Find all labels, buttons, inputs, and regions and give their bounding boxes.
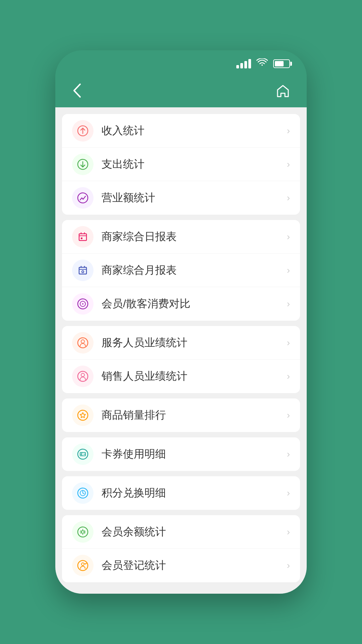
points-label: 积分兑换明细 bbox=[102, 486, 287, 500]
points-icon bbox=[72, 482, 94, 504]
expense-chevron: › bbox=[287, 159, 290, 170]
balance-label: 会员余额统计 bbox=[102, 525, 287, 539]
back-button[interactable] bbox=[69, 79, 85, 105]
sales-perf-label: 销售人员业绩统计 bbox=[102, 369, 287, 384]
menu-item-coupon[interactable]: 卡券使用明细› bbox=[62, 437, 300, 471]
card-group-group3: 服务人员业绩统计› 销售人员业绩统计› bbox=[62, 326, 300, 393]
service-perf-chevron: › bbox=[287, 337, 290, 348]
daily-label: 商家综合日报表 bbox=[102, 229, 287, 244]
status-bar bbox=[55, 50, 307, 77]
member-compare-chevron: › bbox=[287, 299, 290, 309]
product-rank-label: 商品销量排行 bbox=[102, 408, 287, 423]
service-perf-label: 服务人员业绩统计 bbox=[102, 335, 287, 350]
expense-icon bbox=[72, 154, 94, 175]
menu-item-member-compare[interactable]: 会员/散客消费对比› bbox=[62, 287, 300, 321]
svg-point-11 bbox=[81, 340, 84, 343]
menu-item-product-rank[interactable]: 商品销量排行› bbox=[62, 398, 300, 432]
coupon-chevron: › bbox=[287, 449, 290, 460]
battery-icon bbox=[273, 59, 290, 68]
menu-item-income[interactable]: 收入统计› bbox=[62, 114, 300, 148]
menu-item-daily[interactable]: 商家综合日报表› bbox=[62, 220, 300, 254]
svg-point-13 bbox=[81, 373, 84, 377]
points-chevron: › bbox=[287, 488, 290, 498]
service-perf-icon bbox=[72, 332, 94, 354]
card-group-group5: 卡券使用明细› bbox=[62, 437, 300, 471]
coupon-label: 卡券使用明细 bbox=[102, 447, 287, 462]
product-rank-chevron: › bbox=[287, 410, 290, 421]
menu-item-monthly[interactable]: 商家综合月报表› bbox=[62, 254, 300, 287]
menu-item-balance[interactable]: 会员余额统计› bbox=[62, 515, 300, 549]
sales-perf-chevron: › bbox=[287, 371, 290, 382]
revenue-chevron: › bbox=[287, 193, 290, 203]
menu-item-expense[interactable]: 支出统计› bbox=[62, 148, 300, 181]
status-icons bbox=[236, 58, 290, 69]
member-compare-icon bbox=[72, 293, 94, 315]
home-button[interactable] bbox=[273, 80, 293, 104]
register-chevron: › bbox=[287, 560, 290, 571]
balance-icon bbox=[72, 521, 94, 543]
svg-point-19 bbox=[78, 527, 88, 537]
monthly-icon bbox=[72, 260, 94, 281]
menu-item-sales-perf[interactable]: 销售人员业绩统计› bbox=[62, 360, 300, 393]
svg-rect-4 bbox=[81, 237, 82, 239]
income-chevron: › bbox=[287, 125, 290, 136]
daily-chevron: › bbox=[287, 231, 290, 242]
svg-point-15 bbox=[78, 449, 88, 459]
signal-icon bbox=[236, 59, 251, 68]
register-label: 会员登记统计 bbox=[102, 558, 287, 573]
revenue-icon bbox=[72, 187, 94, 209]
phone-frame: 收入统计› 支出统计› 营业额统计› 商家综合日报表› 商家综合月报表› 会员/… bbox=[55, 50, 307, 594]
income-icon bbox=[72, 120, 94, 142]
balance-chevron: › bbox=[287, 527, 290, 537]
product-rank-icon bbox=[72, 405, 94, 426]
svg-point-2 bbox=[78, 193, 88, 203]
svg-rect-3 bbox=[79, 234, 86, 240]
coupon-icon bbox=[72, 443, 94, 465]
card-group-group6: 积分兑换明细› bbox=[62, 476, 300, 510]
svg-point-14 bbox=[78, 410, 88, 420]
svg-point-20 bbox=[81, 531, 84, 533]
monthly-chevron: › bbox=[287, 265, 290, 276]
daily-icon bbox=[72, 226, 94, 248]
revenue-label: 营业额统计 bbox=[102, 191, 287, 205]
monthly-label: 商家综合月报表 bbox=[102, 263, 287, 278]
menu-item-points[interactable]: 积分兑换明细› bbox=[62, 476, 300, 510]
income-label: 收入统计 bbox=[102, 123, 287, 138]
card-group-group7: 会员余额统计› 会员登记统计› bbox=[62, 515, 300, 582]
svg-point-9 bbox=[82, 303, 83, 305]
expense-label: 支出统计 bbox=[102, 157, 287, 172]
content-area: 收入统计› 支出统计› 营业额统计› 商家综合日报表› 商家综合月报表› 会员/… bbox=[55, 107, 307, 594]
nav-bar bbox=[55, 77, 307, 107]
card-group-group1: 收入统计› 支出统计› 营业额统计› bbox=[62, 114, 300, 215]
card-group-group4: 商品销量排行› bbox=[62, 398, 300, 432]
menu-item-revenue[interactable]: 营业额统计› bbox=[62, 181, 300, 215]
wifi-icon bbox=[256, 58, 268, 69]
menu-item-service-perf[interactable]: 服务人员业绩统计› bbox=[62, 326, 300, 360]
register-icon bbox=[72, 555, 94, 576]
menu-item-register[interactable]: 会员登记统计› bbox=[62, 549, 300, 582]
sales-perf-icon bbox=[72, 366, 94, 387]
member-compare-label: 会员/散客消费对比 bbox=[102, 297, 287, 311]
svg-point-6 bbox=[82, 271, 84, 273]
card-group-group2: 商家综合日报表› 商家综合月报表› 会员/散客消费对比› bbox=[62, 220, 300, 321]
svg-point-22 bbox=[81, 563, 84, 566]
